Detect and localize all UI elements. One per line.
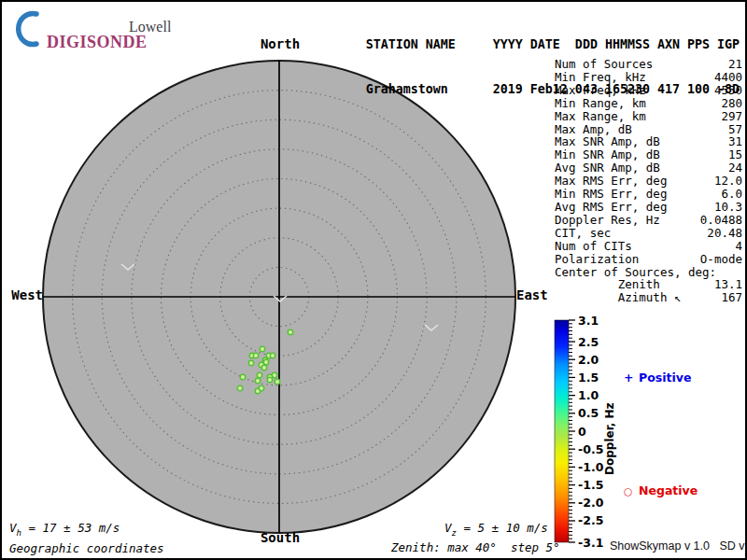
stats-panel: Num of Sources21Min Freq, kHz4400Max Fre… [555, 58, 742, 304]
colorbar-tick-label: -1.5 [578, 478, 603, 492]
colorbar-tick-label: 1.5 [578, 371, 599, 385]
plus-marker-icon: + [624, 371, 639, 385]
stat-label: Min Range, km [555, 97, 646, 110]
stat-value: 20.48 [707, 227, 742, 240]
stat-label: Min Freq, kHz [555, 71, 646, 84]
colorbar-tick-label: -2.5 [578, 513, 603, 527]
colorbar-tick-label: -3.1 [578, 536, 603, 550]
source-dot [240, 374, 245, 379]
stat-value: 6.0 [721, 188, 742, 201]
colorbar-title: Doppler, Hz [603, 402, 616, 475]
stat-row: Avg SNR Amp, dB24 [555, 161, 742, 175]
stat-label: Min RMS Err, deg [555, 188, 667, 201]
stat-label: Min SNR Amp, dB [555, 148, 660, 161]
colorbar-tick-label: 0 [578, 425, 586, 439]
colorbar-tick-label: 1.0 [578, 388, 599, 402]
compass-label-south: South [187, 530, 374, 545]
colorbar-gradient [555, 320, 569, 542]
legend-negative: ○Negative [624, 483, 698, 497]
stat-row: Max RMS Err, deg12.0 [555, 175, 742, 188]
stat-value: 12.0 [714, 175, 742, 188]
stat-label: Max SNR Amp, dB [555, 135, 660, 148]
vertical-velocity-readout: Vz = 5 ± 10 m/s [444, 521, 548, 538]
stat-row: Min Range, km280 [555, 97, 742, 110]
colorbar-tick-label: 0.5 [578, 406, 599, 420]
stat-row: Zenith13.1 [555, 278, 742, 291]
stat-row: Center of Sources, deg: [555, 266, 742, 279]
showskymap-window: Lowell DIGISONDE STATION NAME YYYY DATE … [0, 0, 747, 560]
vz-symbol: V [444, 521, 452, 535]
stat-label: Max RMS Err, deg [555, 175, 667, 188]
colorbar-tick-label: -0.5 [578, 442, 603, 456]
source-dot [255, 378, 260, 383]
legend-negative-label: Negative [639, 483, 698, 497]
source-dot [248, 360, 253, 365]
stat-row: Max Range, km297 [555, 110, 742, 123]
stat-row: PolarizationO-mode [555, 253, 742, 266]
compass-label-north: North [187, 36, 374, 51]
stat-label: Max Freq, kHz [555, 84, 646, 97]
stat-label: Azimuth ↖ [555, 291, 681, 304]
stat-value: 297 [721, 110, 742, 123]
colorbar-tick-label: 3.1 [578, 314, 599, 328]
stat-row: Min Freq, kHz4400 [555, 71, 742, 84]
stat-row: Azimuth ↖167 [555, 291, 742, 304]
vh-value: = 17 ± 53 m/s [21, 521, 120, 535]
compass-label-west: West [7, 287, 43, 302]
source-dot [257, 372, 261, 377]
stat-value: 13.1 [714, 278, 742, 291]
stat-value: 10.3 [714, 201, 742, 214]
circle-marker-icon: ○ [624, 485, 639, 497]
legend-positive-label: Positive [639, 371, 691, 385]
source-dot [260, 346, 264, 351]
compass-label-east: East [516, 287, 557, 302]
colorbar-tick-label: -1.0 [578, 460, 604, 474]
source-dot [237, 385, 242, 390]
logo-digisonde-text: DIGISONDE [47, 33, 148, 52]
stat-value: 24 [728, 161, 742, 175]
source-dot [267, 377, 272, 382]
vz-value: = 5 ± 10 m/s [457, 521, 548, 535]
station-header-columns: STATION NAME YYYY DATE DDD HHMMSS AXN PP… [366, 37, 740, 52]
version-label: ShowSkymap v 1.0 SD v 5.1 [610, 539, 747, 553]
stat-row: Max Freq, kHz4550 [555, 84, 742, 97]
source-dot [270, 353, 275, 357]
stat-label: Max Range, km [555, 110, 646, 123]
source-dot [259, 385, 263, 390]
digisonde-crescent-icon [14, 10, 42, 48]
stat-value: 4400 [714, 71, 742, 84]
stat-value: 4550 [714, 84, 742, 97]
stat-label: Max Amp, dB [555, 123, 632, 136]
coordinates-label: Geographic coordinates [9, 541, 164, 555]
stats-rows: Num of Sources21Min Freq, kHz4400Max Fre… [555, 58, 742, 304]
stat-label: Num of CITs [555, 240, 632, 253]
stat-value: 0.0488 [700, 214, 742, 227]
source-dot [253, 353, 258, 357]
stat-row: Num of Sources21 [555, 58, 742, 71]
zenith-scale-label: Zenith: max 40° step 5° [391, 540, 560, 554]
stat-value: 280 [721, 97, 742, 110]
stat-label: Avg SNR Amp, dB [555, 161, 660, 175]
stat-row: Doppler Res, Hz0.0488 [555, 214, 742, 227]
stat-value: 57 [728, 123, 742, 136]
stat-label: Num of Sources [555, 58, 653, 71]
stat-row: Avg RMS Err, deg10.3 [555, 201, 742, 214]
stat-value: 4 [735, 240, 742, 253]
stat-row: CIT, sec20.48 [555, 227, 742, 240]
source-dot [275, 379, 279, 384]
source-dot [288, 329, 292, 334]
stat-value: 15 [728, 148, 742, 161]
stat-label: Avg RMS Err, deg [555, 201, 667, 214]
stat-label: Doppler Res, Hz [555, 214, 660, 227]
source-dot [261, 365, 266, 370]
stat-label: CIT, sec [555, 227, 611, 240]
stat-value: 21 [728, 58, 742, 71]
stat-row: Max SNR Amp, dB31 [555, 135, 742, 148]
stat-row: Min RMS Err, deg6.0 [555, 188, 742, 201]
colorbar-tick-label: -2.0 [578, 496, 604, 510]
stat-value: O-mode [700, 253, 742, 266]
stat-label: Center of Sources, deg: [555, 266, 716, 279]
vh-symbol: V [9, 521, 17, 535]
colorbar-tick-label: 2.5 [578, 335, 599, 349]
stat-row: Max Amp, dB57 [555, 123, 742, 136]
